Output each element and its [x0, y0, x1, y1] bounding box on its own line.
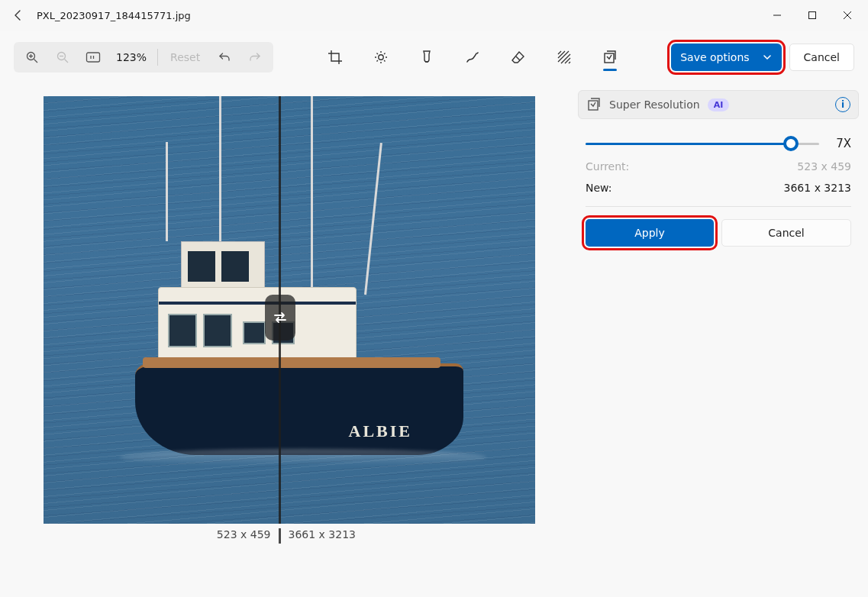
adjust-tool[interactable] [369, 40, 392, 74]
draw-tool[interactable] [461, 40, 484, 74]
crop-tool[interactable] [324, 40, 347, 74]
svg-rect-0 [809, 12, 816, 19]
left-dimension: 523 x 459 [44, 528, 279, 544]
erase-tool[interactable] [507, 40, 530, 74]
top-cancel-label: Cancel [804, 51, 840, 63]
scale-slider-row: 7X [578, 119, 859, 156]
slider-thumb[interactable] [783, 136, 799, 151]
apply-label: Apply [634, 227, 665, 239]
minimize-button[interactable] [760, 0, 795, 31]
image-boat: ALBIE [135, 287, 463, 486]
toolbar: 123% Reset Sa [0, 31, 868, 84]
close-button[interactable] [830, 0, 865, 31]
maximize-button[interactable] [795, 0, 830, 31]
scale-multiplier: 7X [828, 137, 851, 150]
apply-button[interactable]: Apply [586, 219, 714, 247]
right-dimension: 3661 x 3213 [281, 528, 535, 544]
ai-badge: AI [708, 98, 730, 111]
panel-divider [586, 206, 851, 207]
edit-tools [324, 40, 621, 74]
panel-title: Super Resolution [609, 98, 700, 111]
current-value: 523 x 459 [797, 160, 851, 173]
panel-actions: Apply Cancel [578, 219, 859, 247]
content: ALBIE 523 x 459 3661 x 3213 Super Resolu… [0, 84, 868, 597]
window-title: PXL_20230917_184415771.jpg [37, 10, 191, 21]
super-resolution-icon [586, 97, 602, 112]
window-controls [760, 0, 865, 31]
markup-tool[interactable] [415, 40, 438, 74]
divider [157, 49, 158, 66]
new-label: New: [586, 182, 612, 194]
compare-canvas[interactable]: ALBIE [44, 96, 535, 524]
top-cancel-button[interactable]: Cancel [789, 44, 854, 71]
zoom-in-button[interactable] [18, 44, 46, 71]
actual-size-button[interactable] [79, 44, 107, 71]
current-label: Current: [586, 160, 629, 173]
panel-header: Super Resolution AI i [578, 90, 859, 119]
new-row: New: 3661 x 3213 [578, 177, 859, 198]
canvas-wrap: ALBIE 523 x 459 3661 x 3213 [0, 84, 578, 597]
side-panel: Super Resolution AI i 7X Current: 523 x … [578, 84, 868, 597]
back-button[interactable] [3, 0, 34, 31]
info-icon[interactable]: i [835, 97, 850, 112]
zoom-percent[interactable]: 123% [110, 51, 153, 63]
reset-button[interactable]: Reset [163, 51, 208, 63]
save-options-button[interactable]: Save options [671, 44, 781, 71]
top-right-buttons: Save options Cancel [671, 44, 854, 71]
save-options-label: Save options [680, 51, 749, 63]
zoom-group: 123% Reset [14, 42, 273, 73]
boat-name: ALBIE [349, 421, 412, 441]
panel-cancel-label: Cancel [768, 227, 804, 239]
zoom-out-button[interactable] [49, 44, 76, 71]
panel-cancel-button[interactable]: Cancel [721, 219, 851, 247]
background-tool[interactable] [553, 40, 576, 74]
chevron-down-icon [762, 52, 773, 63]
compare-dimensions: 523 x 459 3661 x 3213 [44, 528, 535, 544]
undo-button[interactable] [211, 44, 238, 71]
super-resolution-tool[interactable] [599, 40, 621, 74]
scale-slider[interactable] [586, 136, 819, 151]
redo-button[interactable] [241, 44, 269, 71]
compare-swap-handle[interactable] [265, 295, 295, 340]
current-row: Current: 523 x 459 [578, 156, 859, 177]
new-value: 3661 x 3213 [784, 182, 851, 194]
title-bar: PXL_20230917_184415771.jpg [0, 0, 868, 31]
svg-point-4 [378, 55, 382, 60]
